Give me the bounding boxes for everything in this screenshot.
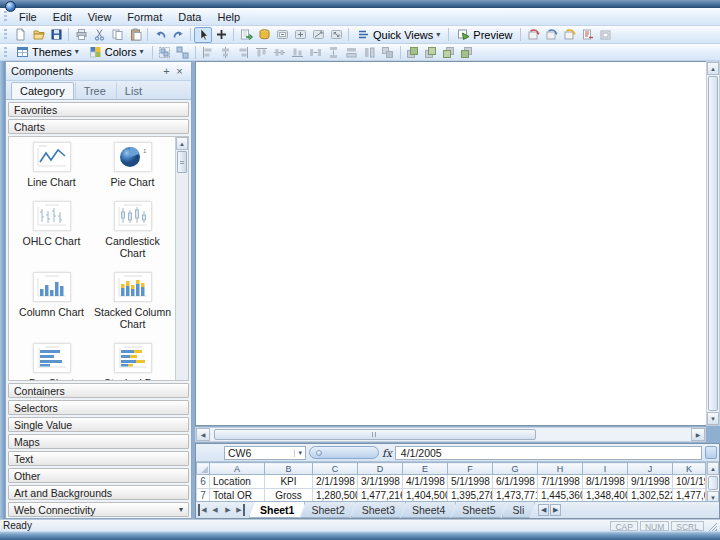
formula-bar-collapse-control[interactable] <box>309 446 379 459</box>
cell-K6[interactable]: 10/1/19 <box>673 475 706 489</box>
cell-J6[interactable]: 9/1/1998 <box>628 475 673 489</box>
sheet-tab-sheet2[interactable]: Sheet2 <box>300 502 355 518</box>
open-button[interactable] <box>29 27 47 43</box>
first-sheet-icon[interactable]: ◀ <box>198 504 208 516</box>
col-header-H[interactable]: H <box>538 463 583 475</box>
sheet-tab-sheet1[interactable]: Sheet1 <box>249 502 305 518</box>
space-evenly-horizontal-button[interactable] <box>307 44 325 60</box>
align-center-button[interactable] <box>217 44 235 60</box>
component-column-chart[interactable]: Column Chart <box>11 272 92 330</box>
section-other[interactable]: Other <box>8 468 189 483</box>
align-right-button[interactable] <box>235 44 253 60</box>
cell-D6[interactable]: 3/1/1998 <box>358 475 403 489</box>
cut-button[interactable] <box>90 27 108 43</box>
align-left-button[interactable] <box>199 44 217 60</box>
col-header-G[interactable]: G <box>493 463 538 475</box>
sheet-tab-sheet5[interactable]: Sheet5 <box>451 502 506 518</box>
scroll-up-icon[interactable]: ▲ <box>707 62 719 75</box>
section-containers[interactable]: Containers <box>8 383 189 398</box>
toolbar2-drag-handle[interactable] <box>4 47 7 58</box>
canvas-decrease-button[interactable] <box>309 27 327 43</box>
cell-H6[interactable]: 7/1/1998 <box>538 475 583 489</box>
data-connections-button[interactable] <box>542 27 560 43</box>
formula-input[interactable]: 4/1/2005 <box>395 446 702 460</box>
new-button[interactable] <box>11 27 29 43</box>
print-button[interactable] <box>72 27 90 43</box>
canvas-vertical-scrollbar[interactable]: ▲ ▼ <box>706 61 720 426</box>
section-charts[interactable]: Charts <box>8 119 189 134</box>
title-bar[interactable] <box>0 0 720 8</box>
bring-forward-button[interactable] <box>422 44 440 60</box>
menu-edit[interactable]: Edit <box>45 9 80 25</box>
canvas-horizontal-scrollbar[interactable]: ◀ ▶ <box>195 427 706 442</box>
component-ohlc-chart[interactable]: OHLC Chart <box>11 201 92 259</box>
align-bottom-button[interactable] <box>289 44 307 60</box>
send-to-back-button[interactable] <box>458 44 476 60</box>
component-stacked-column-chart[interactable]: Stacked Column Chart <box>92 272 173 330</box>
menu-format[interactable]: Format <box>119 9 170 25</box>
previous-sheet-icon[interactable]: ◀ <box>209 504 221 516</box>
menu-view[interactable]: View <box>80 9 120 25</box>
make-same-width-button[interactable] <box>343 44 361 60</box>
component-stacked-bar-chart[interactable]: Stacked Bar Chart <box>92 343 173 381</box>
add-component-button[interactable] <box>212 27 230 43</box>
cell-G6[interactable]: 6/1/1998 <box>493 475 538 489</box>
scrollbar-thumb[interactable] <box>177 151 187 173</box>
component-line-chart[interactable]: Line Chart <box>11 142 92 188</box>
align-top-button[interactable] <box>253 44 271 60</box>
sheet-tab-sheet3[interactable]: Sheet3 <box>351 502 406 518</box>
canvas-fit-button[interactable] <box>273 27 291 43</box>
copy-button[interactable] <box>108 27 126 43</box>
insert-function-button[interactable]: fx <box>382 447 392 459</box>
scrollbar-thumb[interactable] <box>708 476 718 490</box>
scrollbar-thumb[interactable] <box>214 429 536 440</box>
section-text[interactable]: Text <box>8 451 189 466</box>
cell-A6[interactable]: Location <box>210 475 265 489</box>
colors-button[interactable]: Colors ▾ <box>84 44 149 60</box>
component-pie-chart[interactable]: 1 Pie Chart <box>92 142 173 188</box>
col-header-B[interactable]: B <box>265 463 313 475</box>
tab-tree[interactable]: Tree <box>75 82 115 99</box>
make-same-height-button[interactable] <box>361 44 379 60</box>
cell-E6[interactable]: 4/1/1998 <box>403 475 448 489</box>
cell-F6[interactable]: 5/1/1998 <box>448 475 493 489</box>
scroll-left-icon[interactable]: ◀ <box>196 428 210 441</box>
resize-grip[interactable] <box>707 521 717 531</box>
canvas-increase-button[interactable] <box>291 27 309 43</box>
name-box[interactable]: CW6 ▾ <box>224 446 306 460</box>
make-same-size-button[interactable] <box>379 44 397 60</box>
align-middle-button[interactable] <box>271 44 289 60</box>
refresh-connections-button[interactable] <box>524 27 542 43</box>
scroll-up-icon[interactable]: ▲ <box>707 462 719 475</box>
col-header-A[interactable]: A <box>210 463 265 475</box>
snapshot-button[interactable] <box>596 27 614 43</box>
menubar-drag-handle[interactable] <box>4 11 7 22</box>
bring-to-front-button[interactable] <box>404 44 422 60</box>
last-sheet-icon[interactable]: ▶ <box>235 504 245 516</box>
menu-help[interactable]: Help <box>209 9 248 25</box>
export-settings-button[interactable] <box>560 27 578 43</box>
import-spreadsheet-button[interactable] <box>237 27 255 43</box>
sheet-tab-sheet4[interactable]: Sheet4 <box>401 502 456 518</box>
cell-B6[interactable]: KPI <box>265 475 313 489</box>
scrollbar-thumb[interactable] <box>708 76 718 411</box>
preview-button[interactable]: Preview <box>452 26 517 43</box>
sheet-tab-partial[interactable]: Sli <box>502 502 536 518</box>
redo-button[interactable] <box>169 27 187 43</box>
close-icon[interactable]: × <box>173 66 186 77</box>
select-all-button[interactable] <box>197 463 210 475</box>
manage-data-button[interactable] <box>255 27 273 43</box>
paste-button[interactable] <box>126 27 144 43</box>
cell-C6[interactable]: 2/1/1998 <box>313 475 358 489</box>
col-header-C[interactable]: C <box>313 463 358 475</box>
component-candlestick-chart[interactable]: Candlestick Chart <box>92 201 173 259</box>
themes-button[interactable]: Themes ▾ <box>11 44 84 60</box>
col-header-D[interactable]: D <box>358 463 403 475</box>
export-document-button[interactable] <box>578 27 596 43</box>
section-selectors[interactable]: Selectors <box>8 400 189 415</box>
section-art-and-backgrounds[interactable]: Art and Backgrounds <box>8 485 189 500</box>
section-web-connectivity[interactable]: Web Connectivity▾ <box>8 502 189 517</box>
col-header-E[interactable]: E <box>403 463 448 475</box>
chevron-down-icon[interactable]: ▾ <box>294 449 302 457</box>
component-bar-chart[interactable]: Bar Chart <box>11 343 92 381</box>
